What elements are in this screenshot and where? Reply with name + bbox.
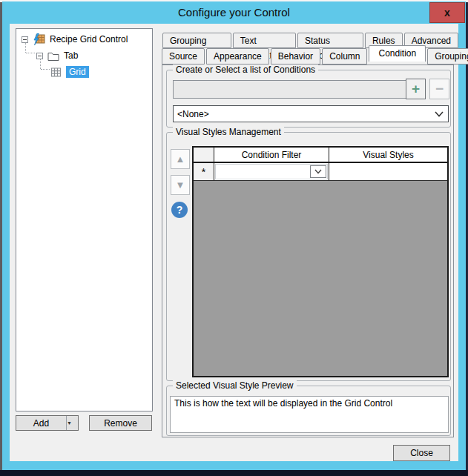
- folder-icon: [47, 51, 59, 61]
- tab-grouping-range[interactable]: Grouping Range: [162, 33, 231, 48]
- minus-icon: −: [435, 81, 444, 97]
- tab-text-translator[interactable]: Text Translator: [233, 33, 296, 48]
- tab-behavior[interactable]: Behavior: [271, 48, 320, 65]
- new-row-marker: *: [202, 166, 205, 178]
- tree-item-recipe-grid-control[interactable]: Recipe Grid Control: [22, 33, 128, 46]
- grid-cell-condition-filter[interactable]: [214, 163, 329, 180]
- condition-filter-combobox[interactable]: [215, 164, 328, 179]
- visual-styles-groupbox: Visual Styles Management ▲ ▼ ? Condition…: [166, 132, 451, 381]
- grid-header-row: Condition Filter Visual Styles: [194, 148, 447, 163]
- control-tree-panel: Recipe Grid Control Tab: [16, 28, 153, 411]
- window-title: Configure your Control: [178, 6, 290, 19]
- help-button[interactable]: ?: [171, 202, 188, 218]
- collapse-toggle-icon[interactable]: [36, 53, 43, 59]
- condition-name-input[interactable]: [173, 80, 423, 99]
- close-button-label: Close: [410, 448, 433, 458]
- title-bar[interactable]: Configure your Control: [2, 1, 466, 24]
- recipe-grid-control-icon: [33, 33, 45, 45]
- grid-header-visual-styles: Visual Styles: [329, 148, 447, 162]
- remove-button[interactable]: Remove: [89, 415, 152, 431]
- preview-text: This is how the text will be displayed i…: [174, 398, 392, 409]
- plus-icon: +: [412, 81, 420, 97]
- question-mark-icon: ?: [177, 204, 183, 216]
- grid-row-header: *: [194, 163, 214, 180]
- visual-styles-groupbox-title: Visual Styles Management: [173, 127, 284, 137]
- preview-groupbox-title: Selected Visual Style Preview: [173, 380, 297, 391]
- add-condition-button[interactable]: +: [406, 79, 426, 99]
- tab-condition[interactable]: Condition: [369, 45, 426, 62]
- condition-list-dropdown[interactable]: <None>: [173, 105, 449, 122]
- tree-connector: [26, 53, 35, 53]
- tab-appearance[interactable]: Appearance: [206, 48, 269, 65]
- tab-column[interactable]: Column: [322, 48, 367, 65]
- preview-groupbox: Selected Visual Style Preview This is ho…: [166, 386, 451, 436]
- desktop-background-bottom: [0, 470, 468, 476]
- tab-status-indicator[interactable]: Status Indicator: [297, 33, 363, 48]
- add-button-label: Add: [16, 418, 66, 429]
- chevron-down-icon: [435, 111, 444, 117]
- grid-new-row[interactable]: *: [194, 163, 447, 181]
- move-up-button[interactable]: ▲: [171, 149, 190, 169]
- close-x-icon: x: [444, 7, 450, 19]
- window-close-button[interactable]: x: [429, 2, 465, 23]
- condition-list-dropdown-value: <None>: [177, 109, 209, 119]
- conditions-groupbox-title: Create or Select a list of Conditions: [173, 65, 318, 75]
- tree-item-label-selected: Grid: [66, 66, 89, 78]
- grid-icon: [50, 67, 62, 77]
- collapse-toggle-icon[interactable]: [22, 36, 28, 43]
- tab-source[interactable]: Source: [162, 48, 205, 65]
- tree-item-label: Tab: [64, 50, 78, 61]
- tree-connector: [41, 69, 50, 70]
- grid-corner-cell: [194, 148, 214, 162]
- tree-item-grid[interactable]: Grid: [50, 65, 89, 79]
- condition-filter-combobox-value: [216, 165, 309, 179]
- conditions-groupbox: Create or Select a list of Conditions + …: [166, 70, 451, 128]
- remove-condition-button[interactable]: −: [429, 79, 449, 99]
- grid-cell-visual-styles[interactable]: [329, 163, 447, 180]
- tab-grouping[interactable]: Grouping: [427, 48, 468, 65]
- tree-item-label: Recipe Grid Control: [50, 34, 128, 44]
- visual-styles-grid: Condition Filter Visual Styles *: [192, 146, 449, 377]
- remove-button-label: Remove: [104, 418, 137, 429]
- chevron-down-icon[interactable]: [310, 165, 326, 178]
- dialog-window: Configure your Control x: [2, 1, 466, 470]
- tree-item-tab[interactable]: Tab: [36, 49, 78, 62]
- dialog-body: Recipe Grid Control Tab: [10, 24, 458, 461]
- tab-strip-row-2: Source Appearance Behavior Column Condit…: [162, 48, 468, 65]
- chevron-down-icon[interactable]: ▼: [67, 420, 78, 426]
- close-button[interactable]: Close: [393, 445, 450, 461]
- arrow-down-icon: ▼: [176, 179, 185, 191]
- move-down-button[interactable]: ▼: [171, 175, 190, 195]
- grid-header-condition-filter: Condition Filter: [214, 148, 329, 162]
- screen: Configure your Control x: [0, 0, 468, 476]
- arrow-up-icon: ▲: [176, 153, 185, 165]
- visual-style-preview: This is how the text will be displayed i…: [170, 396, 449, 433]
- add-button[interactable]: Add ▼: [16, 415, 79, 431]
